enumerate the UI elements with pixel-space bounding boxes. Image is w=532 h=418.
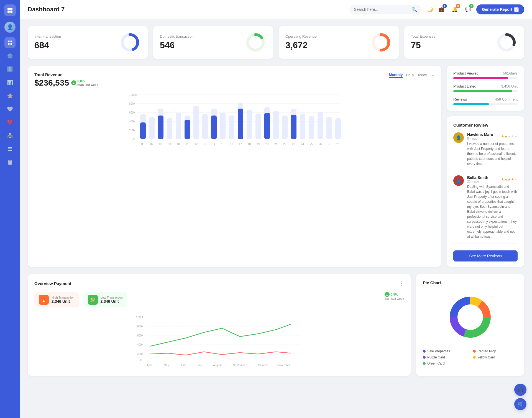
svg-text:800k: 800k xyxy=(129,102,135,105)
revenue-bar-chart: 1000k 800k 600k 400k 200k 0k xyxy=(34,92,434,148)
svg-text:September: September xyxy=(233,364,247,367)
svg-rect-59 xyxy=(273,116,279,139)
generate-report-button[interactable]: Generate Report 📈 xyxy=(476,4,524,14)
svg-text:24: 24 xyxy=(301,143,304,146)
reviewer-name-1: Hawkins Maru xyxy=(467,132,493,137)
total-expenses-value: 75 xyxy=(411,40,435,50)
svg-text:06: 06 xyxy=(141,143,145,146)
sidebar-item-print[interactable]: 🖨️ xyxy=(4,130,16,141)
metric-row-reviews: Reviews 456 Comment xyxy=(453,97,518,105)
overview-payment-card: Overview Payment ⋮ 🔥 High Transaction 2,… xyxy=(28,274,411,376)
sidebar-item-document[interactable]: 📋 xyxy=(4,157,16,168)
tab-today[interactable]: Today xyxy=(417,73,427,78)
total-expenses-donut xyxy=(495,31,518,53)
svg-text:April: April xyxy=(147,364,152,367)
svg-text:0k: 0k xyxy=(132,138,135,141)
see-more-reviews-button[interactable]: See More Reviews xyxy=(453,250,518,261)
sidebar-item-heart-fill[interactable]: ❤️ xyxy=(4,117,16,128)
svg-text:August: August xyxy=(213,364,222,367)
content-area: Inter. transaction 684 Domestic transact… xyxy=(20,19,532,418)
support-float-button[interactable]: 🎧 xyxy=(514,384,526,396)
high-transaction-badge: 🔥 High Transaction 2,346 Unit xyxy=(34,292,79,307)
svg-text:1000k: 1000k xyxy=(136,316,144,319)
svg-text:28: 28 xyxy=(336,143,340,146)
svg-rect-39 xyxy=(185,120,190,139)
reviews-bar xyxy=(453,103,518,105)
inter-transaction-label: Inter. transaction xyxy=(34,34,61,39)
svg-rect-6 xyxy=(8,43,10,45)
wallet-btn[interactable]: 💼 2 xyxy=(436,4,446,14)
svg-text:18: 18 xyxy=(248,143,251,146)
sidebar-logo xyxy=(4,4,16,16)
theme-toggle[interactable]: 🌙 xyxy=(427,6,433,12)
messages-btn[interactable]: 💬 5 xyxy=(463,4,473,14)
purple-card-dot xyxy=(423,356,426,359)
sidebar-item-star[interactable]: ⭐ xyxy=(4,90,16,101)
svg-text:14: 14 xyxy=(212,143,216,146)
svg-text:June: June xyxy=(180,364,186,367)
sidebar-item-chart[interactable]: 📊 xyxy=(4,77,16,88)
tab-monthly[interactable]: Monthly xyxy=(389,73,403,78)
notifications-btn[interactable]: 🔔 12 xyxy=(450,4,460,14)
legend-purple-card: Purple Card xyxy=(423,355,467,359)
svg-rect-61 xyxy=(282,121,288,139)
search-box[interactable]: 🔍 xyxy=(349,5,421,14)
sale-properties-dot xyxy=(423,350,426,353)
svg-rect-31 xyxy=(149,124,155,139)
header-icons: 🌙 💼 2 🔔 12 💬 5 Generate Report 📈 xyxy=(427,4,524,14)
review-title: Customer Review xyxy=(453,123,488,127)
reviewer-avatar-2: 👤 xyxy=(453,175,464,186)
high-transaction-value: 2,346 Unit xyxy=(52,299,75,304)
notifications-badge: 12 xyxy=(456,4,460,8)
rented-prop-dot xyxy=(473,350,476,353)
svg-text:09: 09 xyxy=(168,143,171,146)
metric-row-product-viewed: Product Viewed 561/days xyxy=(453,71,518,79)
svg-rect-33 xyxy=(158,116,163,139)
reviewer-time-2: 20m ago xyxy=(467,180,488,183)
inter-transaction-donut xyxy=(119,31,141,53)
svg-rect-57 xyxy=(264,113,270,139)
review-card-header: Customer Review ⋮ xyxy=(453,122,518,128)
operating-revenue-label: Operating Revenue xyxy=(285,34,317,39)
reviews-fill xyxy=(453,103,489,105)
cart-float-button[interactable]: 🛒 xyxy=(514,398,526,410)
payment-more-icon[interactable]: ⋮ xyxy=(399,280,404,286)
sidebar-item-settings[interactable]: ⚙️ xyxy=(4,50,16,61)
sidebar-item-dashboard[interactable] xyxy=(4,37,16,48)
payment-card-header: Overview Payment ⋮ xyxy=(34,280,404,286)
svg-rect-45 xyxy=(211,116,217,139)
svg-text:23: 23 xyxy=(292,143,295,146)
legend-sale-properties: Sale Properties xyxy=(423,349,467,353)
svg-rect-7 xyxy=(11,43,12,45)
product-listed-fill xyxy=(453,90,512,92)
svg-text:400k: 400k xyxy=(129,120,135,123)
reviewer-stars-2: ★★★★★ xyxy=(501,177,518,181)
sidebar-avatar[interactable]: 👤 xyxy=(4,22,16,33)
sidebar-item-info[interactable]: ℹ️ xyxy=(4,64,16,75)
svg-text:19: 19 xyxy=(257,143,260,146)
reviewer-time-1: 5m ago xyxy=(467,137,493,140)
header: Dashboard 7 🔍 🌙 💼 2 🔔 12 💬 5 Generate Re… xyxy=(20,0,532,19)
low-transaction-label: Low Transaction xyxy=(101,296,123,299)
bottom-row: Overview Payment ⋮ 🔥 High Transaction 2,… xyxy=(28,274,524,376)
svg-text:20: 20 xyxy=(265,143,269,146)
product-viewed-bar xyxy=(453,77,518,79)
pie-chart-title: Pie Chart xyxy=(423,280,518,285)
domestic-transaction-value: 546 xyxy=(160,40,193,50)
operating-revenue-value: 3,672 xyxy=(285,40,317,50)
search-input[interactable] xyxy=(354,7,409,12)
review-more-icon[interactable]: ⋮ xyxy=(513,122,518,128)
svg-text:November: November xyxy=(277,364,290,367)
chart-icon: 📈 xyxy=(514,7,519,12)
low-transaction-icon: 💹 xyxy=(88,295,98,305)
sidebar-item-heart[interactable]: 🤍 xyxy=(4,104,16,115)
product-viewed-label: Product Viewed xyxy=(453,71,479,75)
transaction-badges: 🔥 High Transaction 2,346 Unit 💹 Low Tran… xyxy=(34,292,404,307)
sidebar-item-list[interactable]: ☰ xyxy=(4,143,16,155)
svg-text:July: July xyxy=(197,364,202,367)
revenue-more-icon[interactable]: ··· xyxy=(430,72,434,78)
page-title: Dashboard 7 xyxy=(28,6,344,13)
legend-rented-prop: Rented Prop xyxy=(473,349,518,353)
svg-rect-2 xyxy=(7,11,10,13)
tab-daily[interactable]: Daily xyxy=(406,73,414,78)
